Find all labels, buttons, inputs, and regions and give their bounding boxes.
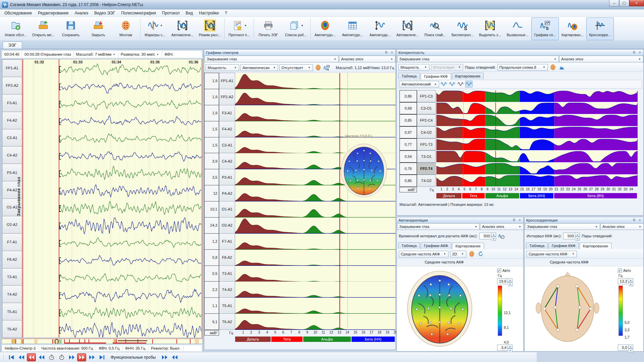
eeg-channel-label-C3-A1[interactable]: C3-A1 bbox=[2, 129, 22, 147]
toolbar-button-amplitude-wave[interactable]: Амплитуда... bbox=[366, 17, 394, 40]
toolbar-button-bispectral[interactable]: SБиспектрал... bbox=[449, 17, 476, 40]
ccf-tab-0[interactable]: Таблица bbox=[526, 242, 548, 249]
coherence-tab-0[interactable]: Таблица bbox=[398, 73, 420, 79]
spectra-autoscale-dropdown[interactable]: Автоматически▼ bbox=[240, 64, 278, 71]
coherence-pair-label[interactable]: FP2-C4 bbox=[417, 114, 436, 126]
wave-style-2-icon[interactable] bbox=[448, 81, 456, 87]
ccf-scale-bottom-spinner[interactable]: 0,0 ▲▼ bbox=[618, 345, 642, 351]
close-button[interactable]: × bbox=[629, 0, 644, 6]
coherence-pair-label[interactable]: FP1-C3 bbox=[417, 90, 436, 102]
menu-item-8[interactable]: ? bbox=[222, 10, 230, 16]
maximize-button[interactable]: ▢ bbox=[619, 0, 629, 6]
spectra-epoch-dropdown[interactable]: Закрывание глаз▼ bbox=[205, 56, 339, 62]
coherence-pair-label[interactable]: FP2-T4 bbox=[417, 163, 436, 175]
spectrum-plot[interactable] bbox=[235, 314, 395, 330]
spectrum-channel-label[interactable]: C3-A1 bbox=[219, 137, 235, 154]
toolbar-button-print[interactable]: Печать ЭЭГ bbox=[255, 17, 282, 40]
eeg-sweep-dropdown[interactable]: Развертка:30 мм/с▼ bbox=[118, 51, 162, 57]
eeg-channel-label-FP1-A1[interactable]: FP1-A1 bbox=[2, 59, 22, 77]
spectrum-plot[interactable] bbox=[235, 105, 395, 121]
spectrum-channel-label[interactable]: P4-A2 bbox=[219, 185, 235, 201]
coherence-montage-dropdown[interactable]: Продольная схема 8▼ bbox=[497, 64, 548, 71]
toolbar-button-protocol[interactable]: ▼Протокол п... bbox=[225, 17, 253, 40]
spectrum-channel-label[interactable]: T3-A1 bbox=[219, 265, 235, 282]
spectrum-channel-label[interactable]: F7-A1 bbox=[219, 233, 235, 250]
head-icon[interactable] bbox=[468, 251, 475, 257]
pin-icon[interactable] bbox=[384, 51, 388, 54]
spectrum-plot[interactable] bbox=[235, 266, 395, 282]
ccf-epoch-dropdown[interactable]: Закрывание глаз▼ bbox=[525, 223, 600, 230]
toolbar-button-new-exam[interactable]: Новое обсл... bbox=[2, 17, 30, 40]
close-panel-icon[interactable]: × bbox=[518, 218, 522, 222]
spectra-marker-line[interactable] bbox=[339, 73, 340, 330]
eeg-marker-strip[interactable] bbox=[2, 339, 203, 344]
coherence-chart[interactable] bbox=[436, 103, 638, 114]
coherence-power-dropdown[interactable]: Мощность▼ bbox=[398, 64, 429, 71]
eeg-channel-label-F7-A1[interactable]: F7-A1 bbox=[2, 233, 22, 251]
nav-rew-button[interactable] bbox=[37, 353, 46, 361]
dropdown-arrow-icon[interactable]: ▼ bbox=[244, 24, 247, 27]
toolbar-button-close-exam[interactable]: Закрыть bbox=[85, 17, 112, 40]
toolbar-button-mapping[interactable]: Картирован... bbox=[559, 17, 586, 40]
eeg-scale-dropdown[interactable]: Масштаб:7 мкВ/мм▼ bbox=[74, 51, 119, 57]
coherence-artifact-dropdown[interactable]: Отсутствует▼ bbox=[431, 64, 463, 71]
eeg-channel-label-T6-A2[interactable]: T6-A2 bbox=[2, 320, 22, 338]
spin-down-icon[interactable]: ▼ bbox=[575, 237, 580, 241]
acf-scale-bottom-spinner[interactable]: 3,4 ▲▼ bbox=[497, 345, 521, 351]
coherence-pair-label[interactable]: T3-O1 bbox=[417, 150, 436, 163]
dropdown-arrow-icon[interactable]: ▼ bbox=[301, 24, 304, 27]
head-icon[interactable] bbox=[549, 64, 557, 71]
nav-rew-button[interactable] bbox=[17, 353, 26, 361]
coherence-pair-label[interactable]: FP1-T3 bbox=[417, 138, 436, 150]
spectrum-channel-label[interactable]: F3-A1 bbox=[219, 105, 235, 121]
ccf-scale-top-spinner[interactable]: 13,3 ▲▼ bbox=[618, 278, 642, 284]
eeg-plot[interactable]: 01:3201:3301:3401:3501:36 bbox=[22, 59, 203, 338]
probe-nav-fwd-button[interactable] bbox=[160, 353, 169, 361]
toolbar-button-montage[interactable]: Монтаж bbox=[112, 17, 140, 40]
pin-icon[interactable] bbox=[512, 218, 516, 222]
nav-fwd-button[interactable] bbox=[67, 353, 76, 361]
toolbar-button-view-mode[interactable]: Режим расс... bbox=[196, 17, 224, 40]
eeg-channel-label-T5-A1[interactable]: T5-A1 bbox=[2, 303, 22, 320]
nav-rew-button[interactable] bbox=[27, 353, 36, 361]
wave-style-1-icon[interactable] bbox=[440, 81, 447, 87]
acf-dimension-dropdown[interactable]: 2D▼ bbox=[450, 251, 466, 257]
spectrum-channel-label[interactable]: P3-A1 bbox=[219, 169, 235, 185]
spectra-power-dropdown[interactable]: Мощность▼ bbox=[206, 64, 239, 71]
nav-skip-last-button[interactable] bbox=[97, 353, 106, 361]
spectrum-plot[interactable] bbox=[235, 89, 395, 105]
spectrum-channel-label[interactable]: F8-A2 bbox=[219, 249, 235, 266]
toolbar-button-amplitude-map[interactable]: Амплитудн... bbox=[311, 17, 339, 40]
menu-item-1[interactable]: Редактирование bbox=[35, 10, 71, 16]
coherence-chart[interactable] bbox=[436, 175, 638, 186]
coherence-chart[interactable] bbox=[436, 151, 638, 162]
spectrum-plot[interactable] bbox=[235, 250, 395, 266]
spectrum-channel-label[interactable]: O2-A2 bbox=[219, 217, 235, 234]
coherence-chart[interactable] bbox=[436, 115, 638, 126]
coherence-tab-1[interactable]: Графики ККФ bbox=[421, 73, 451, 79]
acf-auto-checkbox[interactable]: ✓ bbox=[497, 268, 501, 273]
acf-mode-dropdown[interactable]: Средняя частота АКФ▼ bbox=[399, 251, 448, 257]
coherence-chart[interactable] bbox=[436, 163, 638, 174]
close-panel-icon[interactable]: × bbox=[638, 51, 642, 54]
wave-style-4-icon[interactable] bbox=[465, 81, 473, 87]
eeg-channel-label-F4-A2[interactable]: F4-A2 bbox=[2, 112, 22, 129]
spectrum-plot[interactable] bbox=[235, 201, 395, 218]
refresh-icon[interactable] bbox=[477, 251, 484, 257]
toolbar-button-auto-search[interactable]: Автоматиче... bbox=[394, 17, 421, 40]
acf-interval-spinner[interactable]: 500 ▲▼ bbox=[479, 233, 496, 239]
coherence-epoch-dropdown[interactable]: Закрывание глаз▼ bbox=[397, 56, 559, 62]
eeg-channel-label-T4-A2[interactable]: T4-A2 bbox=[2, 285, 22, 303]
head-icon[interactable] bbox=[314, 64, 322, 71]
probe-nav-rew-button[interactable] bbox=[170, 353, 179, 361]
toolbar-button-open-exam[interactable]: Открыть ме... bbox=[30, 17, 57, 40]
coherence-pair-label[interactable]: T4-O2 bbox=[417, 175, 436, 187]
ccf-mode-dropdown[interactable]: Средняя частота ККФ▼ bbox=[527, 251, 577, 257]
coherence-scalemode-dropdown[interactable]: Автоматический▼ bbox=[399, 81, 439, 87]
eeg-channel-label-T3-A1[interactable]: T3-A1 bbox=[2, 268, 22, 286]
coherence-pair-label[interactable]: C3-O1 bbox=[417, 102, 436, 114]
spectrum-channel-label[interactable]: T5-A1 bbox=[219, 297, 235, 314]
acf-scale-top-spinner[interactable]: 19,6 ▲▼ bbox=[497, 278, 521, 284]
nav-clock-end-button[interactable] bbox=[57, 353, 66, 361]
coherence-tab-2[interactable]: Картирование bbox=[452, 73, 484, 79]
